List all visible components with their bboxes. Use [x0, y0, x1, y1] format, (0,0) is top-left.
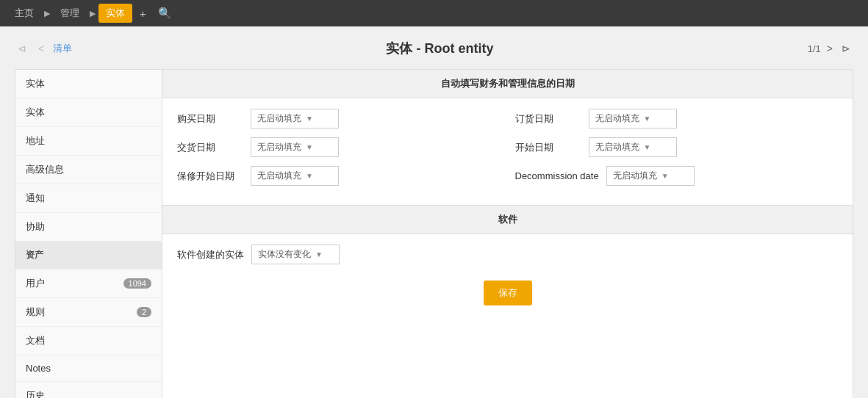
form-row-software: 软件创建的实体 实体没有变化 ▼ [177, 245, 838, 264]
form-group-warranty-date: 保修开始日期 无启动填充 ▼ [177, 166, 501, 186]
form-group-order-date: 订货日期 无启动填充 ▼ [515, 109, 839, 129]
sidebar-item-label: 通知 [26, 192, 45, 205]
select-software[interactable]: 实体没有变化 ▼ [251, 245, 340, 264]
sidebar-item-entity2[interactable]: 实体 [15, 98, 162, 127]
sidebar-item-rules[interactable]: 规则 2 [15, 298, 162, 327]
sidebar-item-label: 资产 [26, 249, 43, 261]
form-group-purchase-date: 购买日期 无启动填充 ▼ [177, 109, 501, 129]
section1-title: 自动填写财务和管理信息的日期 [162, 70, 853, 98]
nav-arrow-1: ▶ [44, 9, 50, 18]
select-purchase-date[interactable]: 无启动填充 ▼ [251, 109, 339, 129]
label-warranty-date: 保修开始日期 [177, 170, 243, 183]
select-start-date[interactable]: 无启动填充 ▼ [589, 137, 677, 157]
chevron-down-icon: ▼ [661, 172, 669, 180]
chevron-down-icon: ▼ [315, 250, 323, 258]
nav-manage[interactable]: 管理 [53, 4, 87, 23]
sidebar-item-label: 文档 [26, 334, 45, 347]
form-section1: 购买日期 无启动填充 ▼ 订货日期 无启动填充 ▼ [162, 98, 853, 205]
page-header-left: ⊲ < 清单 [15, 41, 72, 56]
sidebar-item-address[interactable]: 地址 [15, 127, 162, 156]
form-row-3: 保修开始日期 无启动填充 ▼ Decommission date 无启动填充 ▼ [177, 166, 838, 186]
select-warranty-date[interactable]: 无启动填充 ▼ [251, 166, 339, 186]
form-row-1: 购买日期 无启动填充 ▼ 订货日期 无启动填充 ▼ [177, 109, 838, 129]
select-delivery-date[interactable]: 无启动填充 ▼ [251, 137, 339, 157]
sidebar-item-users[interactable]: 用户 1094 [15, 269, 162, 298]
sidebar-item-label: 用户 [26, 277, 45, 290]
label-purchase-date: 购买日期 [177, 112, 243, 126]
sidebar-item-label: 协助 [26, 220, 45, 234]
main-panel: 自动填写财务和管理信息的日期 购买日期 无启动填充 ▼ 订货日期 [162, 70, 853, 398]
form-group-delivery-date: 交货日期 无启动填充 ▼ [177, 137, 501, 157]
nav-last-button[interactable]: ⊳ [839, 41, 853, 56]
software-section: 软件创建的实体 实体没有变化 ▼ 保存 [162, 234, 853, 316]
sidebar-item-notes[interactable]: Notes [15, 355, 162, 382]
chevron-down-icon: ▼ [306, 143, 313, 151]
sidebar-item-label: 实体 [26, 77, 45, 90]
nav-prev-button[interactable]: < [35, 41, 47, 56]
label-order-date: 订货日期 [515, 112, 581, 126]
nav-arrow-2: ▶ [90, 9, 96, 18]
sidebar-item-label: 地址 [26, 134, 45, 148]
form-group-decommission-date: Decommission date 无启动填充 ▼ [515, 166, 839, 186]
pagination-text: 1/1 [808, 43, 821, 54]
section2-title: 软件 [162, 205, 853, 234]
label-decommission-date: Decommission date [515, 170, 599, 181]
sidebar-item-label: 实体 [26, 106, 45, 119]
sidebar-item-label: 历史 [26, 389, 45, 398]
chevron-down-icon: ▼ [644, 143, 651, 151]
save-button[interactable]: 保存 [484, 281, 532, 305]
sidebar-item-advanced[interactable]: 高级信息 [15, 156, 162, 184]
page-title: 实体 - Root entity [386, 40, 493, 57]
select-order-date[interactable]: 无启动填充 ▼ [589, 109, 677, 129]
label-delivery-date: 交货日期 [177, 141, 243, 154]
form-row-2: 交货日期 无启动填充 ▼ 开始日期 无启动填充 ▼ [177, 137, 838, 157]
chevron-down-icon: ▼ [306, 115, 313, 123]
main-wrapper: ⊲ < 清单 实体 - Root entity 1/1 > ⊳ 实体 实体 地址… [0, 26, 868, 398]
label-start-date: 开始日期 [515, 141, 581, 154]
sidebar-item-help[interactable]: 协助 [15, 213, 162, 242]
form-group-start-date: 开始日期 无启动填充 ▼ [515, 137, 839, 157]
search-icon[interactable]: 🔍 [154, 4, 176, 23]
page-header: ⊲ < 清单 实体 - Root entity 1/1 > ⊳ [15, 34, 853, 63]
rules-badge: 2 [137, 307, 151, 317]
sidebar: 实体 实体 地址 高级信息 通知 协助 资产 用户 1094 [15, 70, 162, 398]
users-badge: 1094 [123, 278, 151, 289]
sidebar-section-assets: 资产 [15, 242, 162, 269]
content-area: 实体 实体 地址 高级信息 通知 协助 资产 用户 1094 [15, 69, 853, 398]
nav-entity[interactable]: 实体 [98, 4, 132, 23]
page-pagination: 1/1 > ⊳ [808, 41, 853, 56]
nav-first-button[interactable]: ⊲ [15, 41, 29, 56]
select-decommission-date[interactable]: 无启动填充 ▼ [606, 166, 695, 186]
nav-home[interactable]: 主页 [7, 4, 41, 23]
topbar: 主页 ▶ 管理 ▶ 实体 + 🔍 [0, 0, 868, 26]
label-software: 软件创建的实体 [177, 248, 244, 261]
nav-next-button[interactable]: > [824, 41, 836, 56]
chevron-down-icon: ▼ [644, 115, 651, 123]
sidebar-item-entity1[interactable]: 实体 [15, 70, 162, 98]
sidebar-item-notification[interactable]: 通知 [15, 184, 162, 213]
chevron-down-icon: ▼ [306, 172, 313, 180]
sidebar-item-label: 规则 [26, 305, 45, 319]
form-group-software: 软件创建的实体 实体没有变化 ▼ [177, 245, 838, 264]
plus-icon[interactable]: + [135, 4, 151, 23]
sidebar-item-history[interactable]: 历史 [15, 382, 162, 398]
sidebar-item-label: 高级信息 [26, 163, 64, 176]
sidebar-item-label: Notes [26, 363, 51, 374]
sidebar-item-documents[interactable]: 文档 [15, 327, 162, 355]
list-link[interactable]: 清单 [53, 42, 72, 55]
